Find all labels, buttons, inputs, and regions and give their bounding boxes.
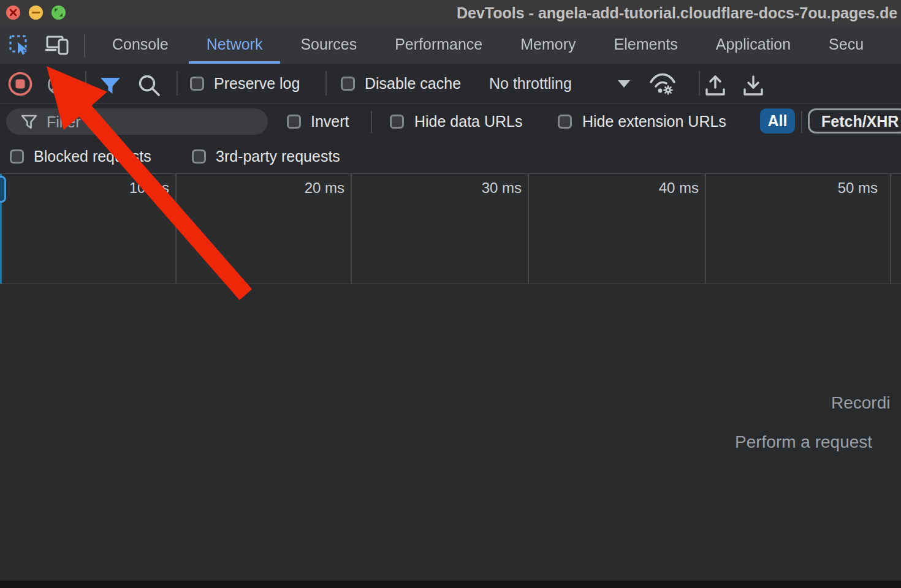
timeline-divider [351,174,352,284]
tab-security[interactable]: Secu [810,26,883,64]
tab-application[interactable]: Application [697,26,810,64]
minimize-icon[interactable] [29,6,43,20]
invert-label[interactable]: Invert [311,104,349,140]
empty-state-line1: Recordi [831,393,890,413]
hide-data-urls-checkbox[interactable] [390,115,404,129]
devtools-tabbar: Console Network Sources Performance Memo… [0,26,901,64]
search-icon[interactable] [137,74,162,100]
tab-sources[interactable]: Sources [281,26,376,64]
hide-extension-urls-checkbox[interactable] [558,115,572,129]
third-party-requests-checkbox[interactable] [192,149,206,164]
network-filter-bar: Invert Hide data URLs Hide extension URL… [0,104,901,140]
blocked-requests-checkbox[interactable] [10,149,24,164]
filter-type-all-button[interactable]: All [760,108,795,134]
titlebar: DevTools - angela-add-tutorial.cloudflar… [0,0,901,26]
toolbar-separator [177,71,178,96]
overview-drag-handle[interactable] [0,176,6,203]
blocked-requests-label[interactable]: Blocked requests [34,140,151,173]
tab-performance[interactable]: Performance [376,26,501,64]
toolbar-separator [325,71,327,96]
third-party-requests-label[interactable]: 3rd-party requests [216,140,340,173]
preserve-log-label[interactable]: Preserve log [214,64,300,103]
timeline-divider [705,174,706,284]
device-toolbar-icon[interactable] [44,34,71,56]
invert-checkbox[interactable] [287,115,301,129]
filter-separator [371,111,372,133]
filter-type-fetch-xhr-button[interactable]: Fetch/XHR [808,108,901,134]
filter-input[interactable] [45,110,256,134]
window-title: DevTools - angela-add-tutorial.cloudflar… [457,0,897,26]
toolbar-separator [85,71,86,96]
timeline-divider [890,174,891,284]
hide-data-urls-label[interactable]: Hide data URLs [414,104,522,140]
network-overview-timeline: 10 ms 20 ms 30 ms 40 ms 50 ms [0,173,901,284]
import-har-icon[interactable] [704,74,727,99]
preserve-log-checkbox[interactable] [190,77,204,91]
inspect-element-icon[interactable] [6,34,33,56]
devtools-window: DevTools - angela-add-tutorial.cloudflar… [0,0,901,588]
panel-tabs: Console Network Sources Performance Memo… [93,26,883,64]
disable-cache-checkbox[interactable] [341,77,355,91]
timeline-tick: 40 ms [625,179,699,197]
timeline-divider [528,174,529,284]
filter-separator [801,111,802,133]
timeline-tick: 50 ms [804,179,878,197]
timeline-divider [175,174,177,284]
tab-network[interactable]: Network [188,26,282,64]
network-filter-bar-row2: Blocked requests 3rd-party requests [0,140,901,173]
tabbar-separator [84,34,85,56]
filter-field[interactable] [6,108,268,135]
close-icon[interactable] [6,6,20,20]
tab-memory[interactable]: Memory [501,26,595,64]
timeline-tick: 30 ms [448,179,522,197]
tab-console[interactable]: Console [93,26,188,64]
tab-elements[interactable]: Elements [595,26,697,64]
record-stop-icon[interactable] [7,71,33,99]
network-toolbar: Preserve log Disable cache No throttling [0,64,901,104]
filter-funnel-icon[interactable] [99,77,121,97]
toolbar-separator [699,71,700,96]
timeline-tick: 20 ms [271,179,344,197]
funnel-outline-icon [21,115,37,130]
throttling-select[interactable]: No throttling [489,64,572,103]
chevron-down-icon[interactable] [618,80,630,88]
disable-cache-label[interactable]: Disable cache [365,64,461,103]
requests-empty-area: Recordi Perform a request [0,284,901,582]
export-har-icon[interactable] [742,74,765,99]
empty-state-line2: Perform a request [735,432,872,452]
clear-icon[interactable] [47,74,69,98]
hide-extension-urls-label[interactable]: Hide extension URLs [582,104,726,140]
timeline-tick: 10 ms [96,179,169,197]
fullscreen-icon[interactable] [51,6,66,20]
window-bottom-edge [0,581,901,588]
network-conditions-icon[interactable] [648,71,677,99]
